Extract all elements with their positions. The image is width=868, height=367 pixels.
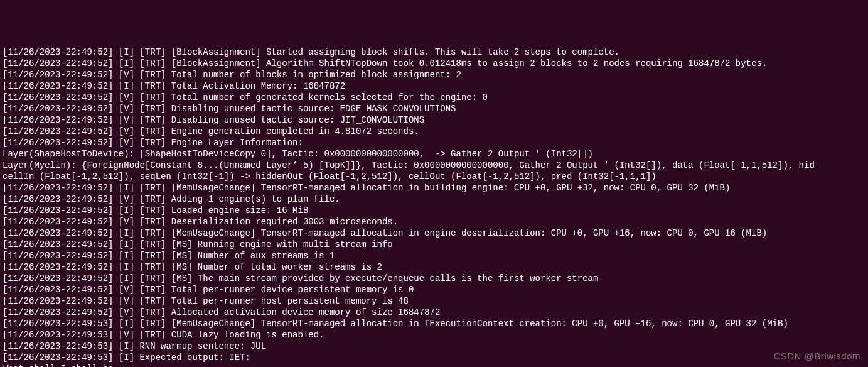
log-line: [11/26/2023-22:49:52] [V] [TRT] Total pe…: [3, 295, 865, 307]
log-line: [11/26/2023-22:49:52] [V] [TRT] Engine L…: [3, 137, 865, 148]
log-line: [11/26/2023-22:49:52] [I] [TRT] [BlockAs…: [3, 58, 865, 69]
log-line: [11/26/2023-22:49:52] [V] [TRT] Engine g…: [3, 126, 865, 137]
log-line: [11/26/2023-22:49:52] [V] [TRT] Total nu…: [3, 92, 865, 103]
watermark: CSDN @Briwisdom: [773, 351, 860, 362]
log-line: [11/26/2023-22:49:52] [V] [TRT] Total nu…: [3, 69, 865, 80]
log-line: [11/26/2023-22:49:52] [V] [TRT] Total pe…: [3, 284, 865, 295]
log-line: [11/26/2023-22:49:52] [I] [TRT] [BlockAs…: [3, 47, 865, 58]
log-line: [11/26/2023-22:49:52] [I] [TRT] [MS] Run…: [3, 239, 865, 250]
log-line: Layer(ShapeHostToDevice): [ShapeHostToDe…: [3, 148, 865, 160]
log-line: [11/26/2023-22:49:52] [I] [TRT] [MS] Num…: [3, 261, 865, 273]
log-line: [11/26/2023-22:49:53] [V] [TRT] CUDA laz…: [3, 329, 865, 341]
log-line: [11/26/2023-22:49:52] [V] [TRT] Allocate…: [3, 307, 865, 318]
log-line: [11/26/2023-22:49:52] [I] [TRT] [MS] The…: [3, 273, 865, 284]
log-line: [11/26/2023-22:49:52] [V] [TRT] Disablin…: [3, 114, 865, 126]
log-line: [11/26/2023-22:49:52] [V] [TRT] Disablin…: [3, 103, 865, 114]
log-line: [11/26/2023-22:49:53] [I] Expected outpu…: [3, 352, 865, 363]
log-line: What shall I shall be: [3, 363, 865, 367]
terminal-output[interactable]: [11/26/2023-22:49:52] [I] [TRT] [BlockAs…: [3, 47, 865, 367]
log-line: [11/26/2023-22:49:53] [I] RNN warmup sen…: [3, 341, 865, 352]
log-line: [11/26/2023-22:49:52] [V] [TRT] Deserial…: [3, 216, 865, 227]
log-line: [11/26/2023-22:49:52] [I] [TRT] [MemUsag…: [3, 182, 865, 194]
log-line: [11/26/2023-22:49:52] [V] [TRT] Adding 1…: [3, 194, 865, 205]
log-line: [11/26/2023-22:49:52] [I] [TRT] [MemUsag…: [3, 227, 865, 239]
log-line: [11/26/2023-22:49:53] [I] [TRT] [MemUsag…: [3, 318, 865, 329]
log-line: cellIn (Float[-1,2,512]), seqLen (Int32[…: [3, 171, 865, 182]
log-line: [11/26/2023-22:49:52] [I] [TRT] Loaded e…: [3, 205, 865, 216]
log-line: [11/26/2023-22:49:52] [I] [TRT] Total Ac…: [3, 80, 865, 92]
log-line: Layer(Myelin): {ForeignNode[Constant 8..…: [3, 160, 865, 171]
log-line: [11/26/2023-22:49:52] [I] [TRT] [MS] Num…: [3, 250, 865, 261]
